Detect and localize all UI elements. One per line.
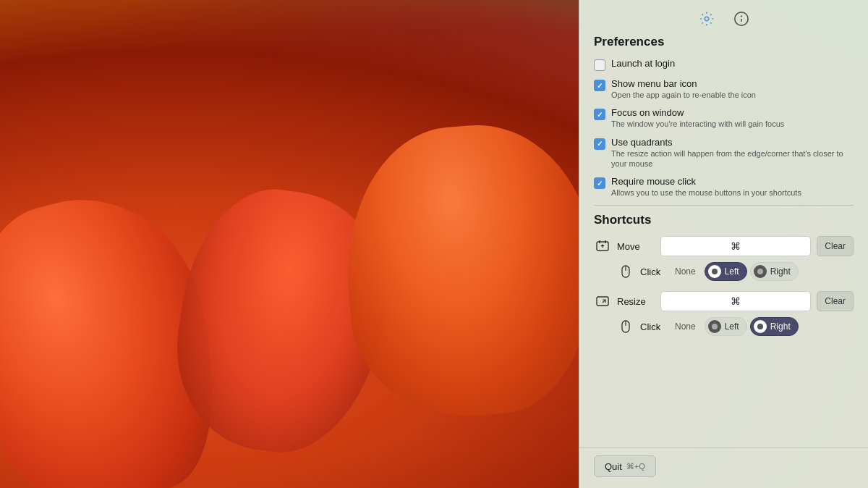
move-click-label: Click (640, 266, 669, 277)
pref-item-menu-bar: Show menu bar icon Open the app again to… (594, 78, 854, 100)
move-left-toggle[interactable]: Left (705, 262, 747, 281)
resize-none-text: None (675, 321, 696, 332)
resize-click-label: Click (640, 321, 669, 332)
panel-content: Preferences Launch at login Show menu ba… (579, 35, 868, 447)
svg-point-0 (705, 17, 709, 21)
move-toggle-group: Left Right (705, 262, 799, 281)
pref-desc-focus: The window you're interacting with will … (611, 119, 854, 129)
move-click-row: Click None Left (594, 262, 854, 281)
resize-click-icon (617, 318, 634, 335)
pref-desc-quadrants: The resize action will happen from the e… (611, 148, 854, 169)
move-label: Move (617, 241, 655, 252)
settings-icon[interactable] (698, 10, 715, 28)
panel-header (579, 0, 868, 35)
pref-desc-menu-bar: Open the app again to re-enable the icon (611, 90, 854, 100)
resize-shortcut-row: Resize ⌘ Clear (594, 291, 854, 311)
move-click-icon (617, 263, 634, 280)
pref-label-mouse-click: Require mouse click (611, 176, 854, 187)
resize-left-circle (708, 320, 721, 333)
resize-right-circle (754, 320, 767, 333)
pref-label-menu-bar: Show menu bar icon (611, 78, 854, 89)
resize-icon (594, 293, 611, 310)
shortcuts-title: Shortcuts (594, 213, 854, 227)
resize-toggle-group: Left Right (705, 317, 799, 336)
preferences-section: Preferences Launch at login Show menu ba… (594, 35, 854, 198)
quit-section: Quit ⌘+Q (579, 447, 868, 488)
preferences-title: Preferences (594, 35, 854, 49)
resize-left-toggle[interactable]: Left (705, 317, 747, 336)
move-clear-button[interactable]: Clear (817, 236, 854, 256)
section-divider (594, 205, 854, 206)
svg-point-15 (757, 324, 763, 329)
pref-label-launch: Launch at login (611, 58, 854, 69)
pref-label-quadrants: Use quadrants (611, 137, 854, 148)
pref-desc-mouse-click: Allows you to use the mouse buttons in y… (611, 188, 854, 198)
move-none-text: None (675, 266, 696, 277)
checkbox-use-quadrants[interactable] (594, 138, 605, 150)
svg-rect-11 (597, 297, 608, 306)
resize-label: Resize (617, 296, 655, 307)
move-left-circle (708, 265, 721, 278)
quit-button[interactable]: Quit ⌘+Q (594, 455, 656, 477)
shortcuts-section: Shortcuts Move ⌘ Clear (594, 213, 854, 336)
pref-item-quadrants: Use quadrants The resize action will hap… (594, 137, 854, 169)
info-icon[interactable] (733, 10, 750, 28)
svg-point-10 (757, 269, 763, 274)
checkbox-launch-at-login[interactable] (594, 59, 605, 71)
resize-click-row: Click None Left (594, 317, 854, 336)
resize-shortcut-input[interactable]: ⌘ (660, 291, 811, 311)
preferences-panel: Preferences Launch at login Show menu ba… (579, 0, 868, 488)
resize-clear-button[interactable]: Clear (817, 291, 854, 311)
resize-right-toggle[interactable]: Right (750, 317, 799, 336)
quit-shortcut: ⌘+Q (626, 462, 645, 471)
move-shortcut-row: Move ⌘ Clear (594, 236, 854, 256)
svg-point-14 (712, 324, 718, 329)
quit-label: Quit (605, 461, 622, 472)
svg-point-9 (712, 269, 718, 274)
move-icon (594, 237, 611, 255)
pref-item-focus: Focus on window The window you're intera… (594, 107, 854, 129)
pref-label-focus: Focus on window (611, 107, 854, 118)
tulip-decoration-3 (335, 116, 605, 426)
pref-item-launch: Launch at login (594, 58, 854, 71)
move-right-toggle[interactable]: Right (750, 262, 799, 281)
checkbox-show-menu-bar[interactable] (594, 80, 605, 91)
move-shortcut-input[interactable]: ⌘ (660, 236, 811, 256)
checkbox-focus-window[interactable] (594, 109, 605, 120)
move-right-circle (754, 265, 767, 278)
checkbox-require-mouse-click[interactable] (594, 177, 605, 189)
pref-item-mouse-click: Require mouse click Allows you to use th… (594, 176, 854, 198)
